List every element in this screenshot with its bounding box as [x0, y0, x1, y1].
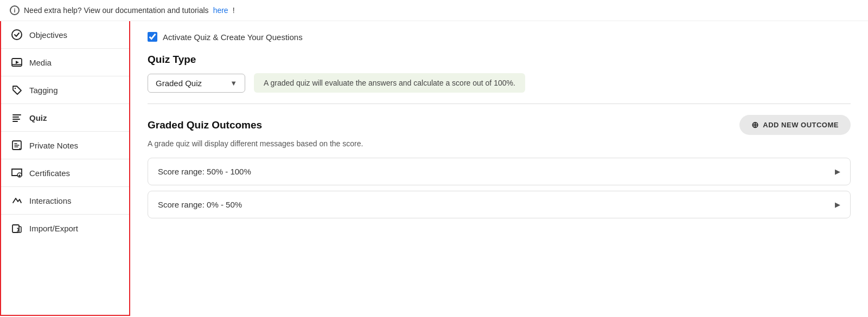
info-icon: i [10, 5, 20, 15]
sidebar-item-certificates[interactable]: Certificates [1, 159, 129, 187]
outcomes-title: Graded Quiz Outcomes [148, 119, 262, 131]
score-range-item-1[interactable]: Score range: 50% - 100% ▶ [148, 158, 851, 185]
svg-rect-6 [12, 117, 19, 118]
quiz-type-selected-value: Graded Quiz [156, 79, 202, 88]
sidebar-item-interactions[interactable]: Interactions [1, 187, 129, 215]
score-range-label: Score range: 0% - 50% [158, 200, 242, 209]
quiz-type-section: Quiz Type Graded Quiz ▼ A graded quiz wi… [148, 54, 851, 93]
sidebar-item-objectives[interactable]: Objectives [1, 21, 129, 49]
score-range-item-2[interactable]: Score range: 0% - 50% ▶ [148, 191, 851, 218]
outcomes-header: Graded Quiz Outcomes ⊕ ADD NEW OUTCOME [148, 115, 851, 135]
svg-point-4 [15, 88, 16, 89]
help-text: Need extra help? View our documentation … [24, 6, 209, 15]
import-export-icon [11, 222, 23, 234]
certificate-icon [11, 167, 23, 179]
svg-rect-5 [12, 114, 21, 115]
expand-arrow-icon: ▶ [835, 167, 840, 176]
add-outcome-label: ADD NEW OUTCOME [763, 121, 839, 129]
sidebar-item-label: Media [29, 58, 52, 67]
expand-arrow-icon: ▶ [835, 200, 840, 209]
quiz-type-title: Quiz Type [148, 54, 851, 66]
outcomes-description: A grade quiz will display different mess… [148, 139, 851, 148]
svg-rect-8 [12, 121, 18, 122]
sidebar-item-label: Objectives [29, 30, 67, 40]
tag-icon [11, 84, 23, 96]
help-suffix: ! [233, 6, 235, 15]
sidebar-item-label: Import/Export [29, 224, 78, 233]
plus-icon: ⊕ [751, 120, 759, 130]
activate-checkbox[interactable] [148, 32, 157, 42]
sidebar-item-label: Private Notes [29, 141, 78, 150]
media-icon [11, 56, 23, 68]
interactions-icon [11, 195, 23, 206]
quiz-type-select[interactable]: Graded Quiz ▼ [148, 74, 245, 93]
sidebar-item-quiz[interactable]: Quiz [1, 104, 129, 132]
quiz-type-hint: A graded quiz will evaluate the answers … [254, 73, 525, 93]
notes-icon [11, 139, 23, 151]
quiz-type-row: Graded Quiz ▼ A graded quiz will evaluat… [148, 73, 851, 93]
chevron-down-icon: ▼ [230, 79, 237, 87]
svg-point-0 [12, 30, 22, 40]
score-range-label: Score range: 50% - 100% [158, 167, 251, 176]
top-bar: i Need extra help? View our documentatio… [0, 0, 868, 21]
activate-row: Activate Quiz & Create Your Questions [148, 32, 851, 42]
sidebar-item-tagging[interactable]: Tagging [1, 76, 129, 104]
sidebar-item-label: Certificates [29, 169, 70, 178]
sidebar-item-media[interactable]: Media [1, 49, 129, 76]
content-area: Activate Quiz & Create Your Questions Qu… [130, 21, 868, 316]
activate-label[interactable]: Activate Quiz & Create Your Questions [163, 33, 303, 42]
main-layout: Objectives Media Tagging [0, 21, 868, 316]
add-outcome-button[interactable]: ⊕ ADD NEW OUTCOME [739, 115, 851, 135]
svg-rect-7 [12, 119, 20, 120]
svg-marker-2 [16, 61, 19, 64]
sidebar-item-label: Quiz [29, 113, 47, 122]
help-link[interactable]: here [213, 6, 228, 15]
sidebar-item-import-export[interactable]: Import/Export [1, 215, 129, 242]
sidebar-item-label: Tagging [29, 86, 58, 95]
check-circle-icon [11, 29, 23, 41]
sidebar: Objectives Media Tagging [0, 21, 130, 316]
section-divider [148, 103, 851, 104]
sidebar-item-private-notes[interactable]: Private Notes [1, 132, 129, 159]
quiz-icon [11, 112, 23, 124]
sidebar-item-label: Interactions [29, 196, 72, 205]
